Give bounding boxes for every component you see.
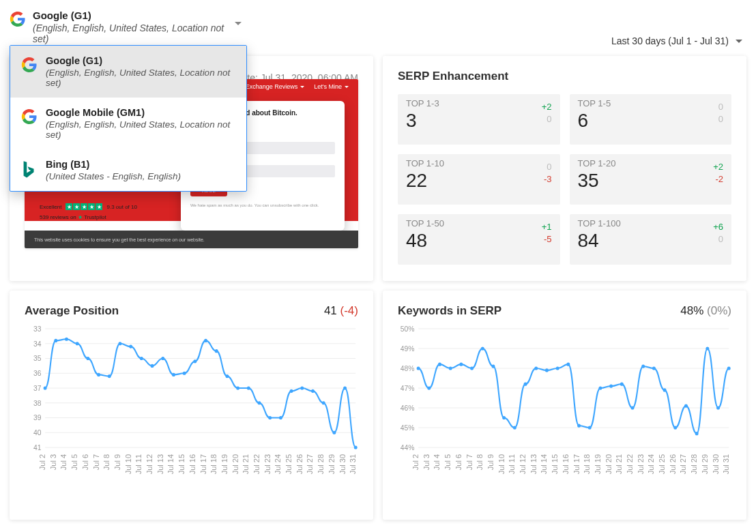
svg-point-26 [129, 345, 132, 349]
svg-text:49%: 49% [401, 344, 415, 353]
search-engine-selector[interactable]: Google (G1) (English, English, United St… [10, 10, 242, 44]
caret-down-icon [736, 40, 742, 43]
svg-text:Jul 4: Jul 4 [60, 454, 68, 470]
serp-tile[interactable]: TOP 1-5 6 00 [570, 94, 732, 145]
date-range-label: Last 30 days (Jul 1 - Jul 31) [611, 35, 729, 46]
svg-text:41: 41 [33, 443, 42, 452]
svg-text:50%: 50% [401, 325, 415, 333]
svg-text:Jul 11: Jul 11 [135, 454, 143, 474]
card-title: Keywords in SERP [398, 304, 501, 318]
svg-text:Jul 23: Jul 23 [637, 454, 645, 474]
serp-tile[interactable]: TOP 1-10 22 0-3 [398, 154, 560, 205]
svg-text:Jul 23: Jul 23 [263, 454, 272, 474]
svg-point-30 [172, 373, 175, 376]
svg-point-38 [258, 401, 261, 404]
card-title: Average Position [25, 304, 119, 318]
svg-point-21 [76, 342, 79, 345]
cookie-banner: This website uses cookies to ensure you … [25, 231, 358, 248]
svg-point-33 [204, 339, 207, 342]
svg-point-35 [225, 374, 229, 378]
svg-point-20 [65, 338, 68, 341]
avg-position-value: 41 (-4) [324, 304, 358, 318]
svg-point-119 [706, 346, 709, 350]
svg-point-100 [502, 416, 506, 419]
serp-tile[interactable]: TOP 1-20 35 +2-2 [570, 154, 732, 205]
svg-point-103 [534, 366, 538, 370]
svg-text:Jul 19: Jul 19 [220, 454, 229, 474]
svg-text:Jul 9: Jul 9 [113, 454, 121, 470]
svg-point-31 [183, 372, 186, 375]
engine-subtitle: (English, English, United States, Locati… [33, 23, 231, 44]
svg-text:Jul 6: Jul 6 [81, 454, 89, 470]
svg-text:Jul 30: Jul 30 [338, 454, 347, 474]
svg-text:Jul 16: Jul 16 [562, 454, 570, 474]
svg-text:46%: 46% [401, 404, 415, 412]
svg-text:40: 40 [33, 428, 42, 437]
svg-point-34 [215, 349, 218, 353]
svg-point-117 [684, 404, 688, 408]
svg-point-118 [695, 432, 699, 435]
svg-point-93 [427, 386, 431, 389]
svg-text:Jul 17: Jul 17 [572, 454, 581, 474]
svg-text:Jul 12: Jul 12 [519, 454, 527, 474]
svg-point-92 [417, 366, 420, 370]
svg-point-96 [459, 363, 463, 366]
svg-point-120 [716, 406, 720, 409]
svg-text:Jul 22: Jul 22 [252, 454, 261, 474]
svg-text:48%: 48% [401, 364, 415, 372]
trustpilot-row: Excellent ★★★★★ 9.3 out of 10 [40, 203, 137, 210]
svg-point-25 [119, 342, 122, 345]
svg-point-98 [481, 346, 484, 350]
svg-text:Jul 27: Jul 27 [306, 454, 315, 474]
date-range-selector[interactable]: Last 30 days (Jul 1 - Jul 31) [611, 35, 746, 46]
svg-text:Jul 13: Jul 13 [156, 454, 164, 474]
svg-text:Jul 30: Jul 30 [712, 454, 720, 474]
svg-text:Jul 25: Jul 25 [658, 454, 666, 474]
keywords-in-serp-card: Keywords in SERP 48% (0%) 44%45%46%47%48… [383, 291, 746, 520]
svg-text:Jul 27: Jul 27 [680, 454, 688, 474]
svg-point-40 [279, 416, 282, 419]
svg-text:Jul 26: Jul 26 [669, 454, 677, 474]
svg-text:Jul 12: Jul 12 [145, 454, 154, 474]
engine-option[interactable]: Google (G1) (English, English, United St… [10, 46, 246, 98]
svg-point-46 [343, 386, 347, 389]
svg-point-43 [311, 389, 315, 393]
svg-text:Jul 18: Jul 18 [210, 454, 218, 474]
svg-text:Jul 24: Jul 24 [274, 454, 282, 474]
engine-option[interactable]: Bing (B1) (United States - English, Engl… [10, 149, 246, 191]
svg-text:Jul 16: Jul 16 [188, 454, 197, 474]
google-icon [21, 57, 38, 73]
svg-text:Jul 20: Jul 20 [231, 454, 239, 474]
keywords-chart: 44%45%46%47%48%49%50%Jul 2Jul 3Jul 4Jul … [398, 325, 731, 483]
svg-text:38: 38 [33, 398, 42, 407]
svg-text:Jul 21: Jul 21 [615, 454, 624, 474]
svg-text:Jul 28: Jul 28 [317, 454, 325, 474]
svg-text:35: 35 [33, 354, 42, 362]
serp-tile[interactable]: TOP 1-50 48 +1-5 [398, 214, 560, 265]
svg-text:Jul 14: Jul 14 [167, 454, 175, 474]
serp-enhancement-card: SERP Enhancement TOP 1-3 3 +20TOP 1-5 6 … [383, 56, 746, 281]
svg-text:Jul 2: Jul 2 [411, 454, 420, 470]
svg-point-39 [268, 416, 272, 419]
svg-text:Jul 15: Jul 15 [551, 454, 559, 474]
svg-text:Jul 7: Jul 7 [92, 454, 100, 470]
svg-point-101 [513, 426, 517, 429]
svg-text:Jul 25: Jul 25 [285, 454, 293, 474]
svg-point-42 [300, 386, 304, 389]
svg-point-108 [588, 426, 592, 429]
serp-tile[interactable]: TOP 1-3 3 +20 [398, 94, 560, 145]
svg-point-27 [140, 357, 143, 360]
svg-text:Jul 6: Jul 6 [454, 454, 463, 470]
serp-tile[interactable]: TOP 1-100 84 +60 [570, 214, 732, 265]
svg-text:Jul 21: Jul 21 [242, 454, 250, 474]
svg-text:44%: 44% [401, 443, 415, 452]
svg-point-23 [97, 373, 100, 376]
svg-text:45%: 45% [401, 424, 415, 432]
engine-option[interactable]: Google Mobile (GM1) (English, English, U… [10, 98, 246, 149]
reviews-row: 539 reviews on ★ Trustpilot [40, 214, 106, 220]
svg-point-47 [354, 445, 358, 449]
svg-text:33: 33 [33, 325, 42, 333]
svg-text:Jul 4: Jul 4 [433, 454, 441, 470]
card-title: SERP Enhancement [398, 70, 731, 83]
svg-text:Jul 3: Jul 3 [422, 454, 431, 470]
